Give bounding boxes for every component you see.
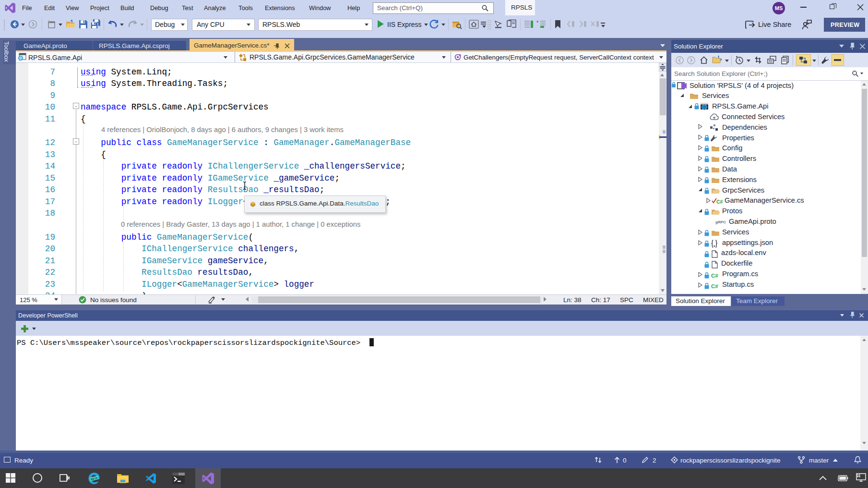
- svg-text:*: *: [536, 20, 539, 25]
